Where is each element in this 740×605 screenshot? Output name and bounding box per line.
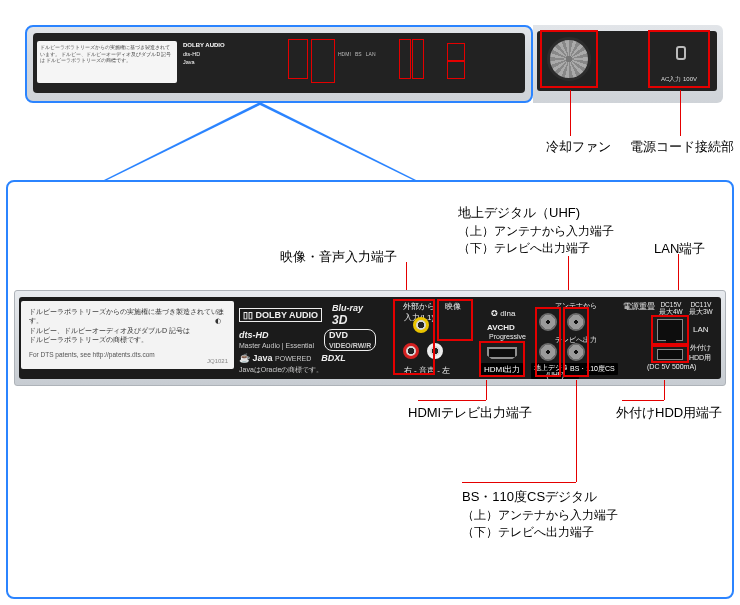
- logo-column: ▯▯ DOLBY AUDIO Blu-ray3D dts-HDMaster Au…: [239, 303, 394, 371]
- frame-bs: [563, 307, 589, 377]
- callout-bs: BS・110度CSデジタル （上）アンテナから入力端子 （下）テレビへ出力端子: [462, 488, 618, 541]
- frame-ext-in: [393, 299, 435, 375]
- callout-exthdd: 外付けHDD用端子: [616, 404, 722, 422]
- overview-ports-hint: HDMI BS LAN: [338, 51, 376, 57]
- label-ext-hdd-spec: (DC 5V 500mA): [647, 363, 696, 370]
- java-logo: ☕ Java POWERED: [239, 353, 311, 363]
- frame-hdmi: [479, 341, 525, 377]
- rear-panel: ドルビーラボラトリーズからの実施権に基づき製造されています。 ドルビー、ドルビー…: [14, 290, 726, 386]
- frame-lan: [651, 315, 689, 345]
- bdxl-logo: BDXL: [321, 353, 346, 363]
- callout-lan: LAN端子: [654, 240, 705, 258]
- label-psu: 電源重畳: [623, 301, 655, 312]
- cooling-fan: [540, 30, 598, 88]
- callout-terrestrial: 地上デジタル（UHF) （上）アンテナから入力端子 （下）テレビへ出力端子: [458, 204, 614, 257]
- detail-panel: 映像・音声入力端子 地上デジタル（UHF) （上）アンテナから入力端子 （下）テ…: [6, 180, 734, 599]
- label-avchd: AVCHD: [487, 323, 515, 332]
- ac-inlet: AC入力 100V: [648, 30, 710, 88]
- bluray3d-logo: Blu-ray3D: [332, 303, 363, 327]
- compliance-label: ドルビーラボラトリーズからの実施権に基づき製造されています。 ドルビー、ドルビー…: [21, 301, 234, 369]
- frame-exthdd: [651, 345, 689, 363]
- label-ext-hdd: 外付け HDD用: [689, 343, 711, 363]
- ac-inlet-label: AC入力 100V: [650, 75, 708, 84]
- overview-panel: ドルビーラボラトリーズからの実施権に基づき製造されています。 ドルビー、ドルビー…: [25, 25, 533, 103]
- callout-av-input: 映像・音声入力端子: [280, 248, 397, 266]
- cert-marks: ㋟◐: [208, 307, 228, 326]
- frame-video: [437, 299, 473, 341]
- frame-terr: [535, 307, 561, 377]
- dvd-logo: DVDVIDEO/RW/R: [324, 329, 376, 351]
- label-avchd-sub: Progressive: [489, 333, 526, 340]
- label-lan: LAN: [693, 325, 709, 334]
- port-cluster: 外部から 入力(L1) 映像 右 - 音声 - 左 ✪ dlna AVCHD P…: [399, 299, 717, 377]
- callout-cooling-fan: 冷却ファン: [546, 138, 611, 156]
- label-dlna: ✪ dlna: [491, 309, 515, 318]
- overview-disclaimer: ドルビーラボラトリーズからの実施権に基づき製造されています。 ドルビー、ドルビー…: [37, 41, 177, 83]
- overview-logos: DOLBY AUDIO dts-HD Java: [183, 41, 283, 67]
- callout-ac: 電源コード接続部: [630, 138, 734, 156]
- label-psu-b: DC11V 最大3W: [689, 301, 713, 317]
- callout-hdmi: HDMIテレビ出力端子: [408, 404, 532, 422]
